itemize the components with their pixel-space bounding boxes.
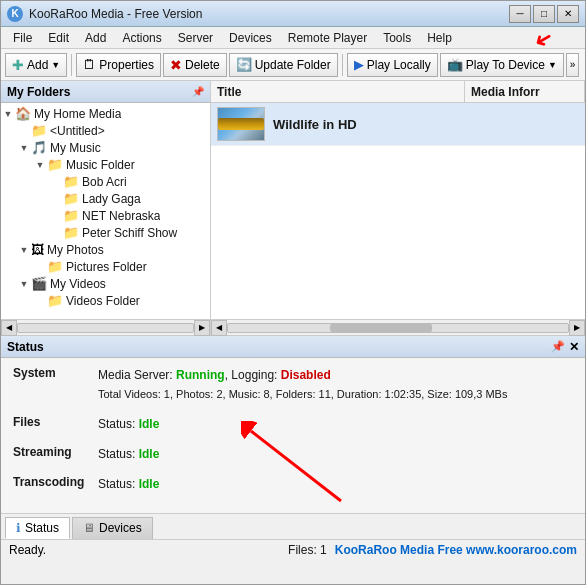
- devices-tab-icon: 🖥: [83, 521, 95, 535]
- hscroll-right[interactable]: ▶: [194, 320, 210, 336]
- pictures-folder-icon: 📁: [47, 259, 63, 274]
- content-hscroll[interactable]: ◀ ▶: [211, 319, 585, 335]
- tree-item-untitled[interactable]: ▷ 📁 <Untitled>: [1, 122, 210, 139]
- untitled-icon: 📁: [31, 123, 47, 138]
- play-locally-button[interactable]: ▶ Play Locally: [347, 53, 438, 77]
- tree-item-home-media[interactable]: ▼ 🏠 My Home Media: [1, 105, 210, 122]
- brand-website: www.kooraroo.com: [466, 543, 577, 557]
- menu-add[interactable]: Add: [77, 27, 114, 48]
- menu-help[interactable]: Help: [419, 27, 460, 48]
- properties-icon: 🗒: [83, 57, 96, 72]
- home-media-label: My Home Media: [34, 107, 121, 121]
- play-to-device-button[interactable]: 📺 Play To Device ▼: [440, 53, 564, 77]
- pictures-folder-label: Pictures Folder: [66, 260, 147, 274]
- status-row-streaming: Streaming Status: Idle: [13, 445, 573, 463]
- panel-pin-icon[interactable]: 📌: [192, 86, 204, 97]
- menu-remote-player[interactable]: Remote Player: [280, 27, 375, 48]
- expand-my-videos[interactable]: ▼: [17, 277, 31, 291]
- tree-item-bob-acri[interactable]: ▷ 📁 Bob Acri: [1, 173, 210, 190]
- tree-item-peter-schiff[interactable]: ▷ 📁 Peter Schiff Show: [1, 224, 210, 241]
- window-controls: ─ □ ✕: [509, 5, 579, 23]
- logging-status: Disabled: [281, 368, 331, 382]
- menu-actions[interactable]: Actions: [114, 27, 169, 48]
- system-stats: Total Videos: 1, Photos: 2, Music: 8, Fo…: [98, 386, 573, 403]
- tab-devices[interactable]: 🖥 Devices: [72, 517, 153, 539]
- untitled-label: <Untitled>: [50, 124, 105, 138]
- close-button[interactable]: ✕: [557, 5, 579, 23]
- status-pin-icon[interactable]: 📌: [551, 340, 565, 353]
- streaming-status: Idle: [139, 447, 160, 461]
- expand-music-folder[interactable]: ▼: [33, 158, 47, 172]
- delete-button[interactable]: ✖ Delete: [163, 53, 227, 77]
- wildlife-title: Wildlife in HD: [273, 117, 357, 132]
- tab-status[interactable]: ℹ Status: [5, 517, 70, 539]
- add-icon: ✚: [12, 57, 24, 73]
- content-item-wildlife[interactable]: Wildlife in HD: [211, 103, 585, 146]
- status-row-system: System Media Server: Running, Logging: D…: [13, 366, 573, 403]
- status-tab-label: Status: [25, 521, 59, 535]
- menu-server[interactable]: Server: [170, 27, 221, 48]
- music-folder-icon: 📁: [47, 157, 63, 172]
- tree-item-lady-gaga[interactable]: ▷ 📁 Lady Gaga: [1, 190, 210, 207]
- hscroll-left[interactable]: ◀: [1, 320, 17, 336]
- music-folder-label: Music Folder: [66, 158, 135, 172]
- menu-file[interactable]: File: [5, 27, 40, 48]
- transcoding-status: Idle: [139, 477, 160, 491]
- streaming-status-prefix: Status:: [98, 447, 139, 461]
- status-panel-title: Status: [7, 340, 44, 354]
- tree-item-music-folder[interactable]: ▼ 📁 Music Folder: [1, 156, 210, 173]
- files-status: Idle: [139, 417, 160, 431]
- status-close-icon[interactable]: ✕: [569, 340, 579, 354]
- transcoding-value: Status: Idle: [98, 475, 573, 493]
- expand-my-music[interactable]: ▼: [17, 141, 31, 155]
- lady-gaga-icon: 📁: [63, 191, 79, 206]
- col-header-media-info: Media Inforr: [465, 81, 585, 102]
- tree-item-net-nebraska[interactable]: ▷ 📁 NET Nebraska: [1, 207, 210, 224]
- files-count: Files: 1: [288, 543, 327, 557]
- tree-item-my-videos[interactable]: ▼ 🎬 My Videos: [1, 275, 210, 292]
- properties-button[interactable]: 🗒 Properties: [76, 53, 161, 77]
- col-media-info-label: Media Inforr: [471, 85, 540, 99]
- content-hscroll-right[interactable]: ▶: [569, 320, 585, 336]
- separator-1: [71, 54, 72, 76]
- folder-tree: ▼ 🏠 My Home Media ▷ 📁 <Untitled> ▼ 🎵 My: [1, 103, 210, 319]
- maximize-button[interactable]: □: [533, 5, 555, 23]
- devices-tab-label: Devices: [99, 521, 142, 535]
- status-controls: 📌 ✕: [551, 340, 579, 354]
- update-folder-button[interactable]: 🔄 Update Folder: [229, 53, 338, 77]
- brand-name: KooRaRoo Media Free: [335, 543, 463, 557]
- status-body: System Media Server: Running, Logging: D…: [1, 358, 585, 513]
- brand-text: KooRaRoo Media Free www.kooraroo.com: [335, 543, 577, 557]
- videos-folder-label: Videos Folder: [66, 294, 140, 308]
- menu-edit[interactable]: Edit: [40, 27, 77, 48]
- transcoding-status-prefix: Status:: [98, 477, 139, 491]
- status-panel: Status 📌 ✕ System Media Server: Running,…: [1, 336, 585, 513]
- expand-my-photos[interactable]: ▼: [17, 243, 31, 257]
- tree-item-my-photos[interactable]: ▼ 🖼 My Photos: [1, 241, 210, 258]
- my-videos-label: My Videos: [50, 277, 106, 291]
- tree-item-pictures-folder[interactable]: ▷ 📁 Pictures Folder: [1, 258, 210, 275]
- app-title: KooRaRoo Media - Free Version: [29, 7, 202, 21]
- play-locally-icon: ▶: [354, 57, 364, 72]
- add-dropdown-icon: ▼: [51, 60, 60, 70]
- tree-item-videos-folder[interactable]: ▷ 📁 Videos Folder: [1, 292, 210, 309]
- status-panel-header: Status 📌 ✕: [1, 336, 585, 358]
- minimize-button[interactable]: ─: [509, 5, 531, 23]
- hscroll-track[interactable]: [17, 323, 194, 333]
- main-area: My Folders 📌 ▼ 🏠 My Home Media ▷ 📁 <Unti…: [1, 81, 585, 336]
- content-hscroll-left[interactable]: ◀: [211, 320, 227, 336]
- folders-panel: My Folders 📌 ▼ 🏠 My Home Media ▷ 📁 <Unti…: [1, 81, 211, 335]
- content-hscroll-track[interactable]: [227, 323, 569, 333]
- play-to-device-label: Play To Device: [466, 58, 545, 72]
- tree-item-my-music[interactable]: ▼ 🎵 My Music: [1, 139, 210, 156]
- logging-prefix: , Logging:: [225, 368, 281, 382]
- menu-tools[interactable]: Tools: [375, 27, 419, 48]
- my-music-label: My Music: [50, 141, 101, 155]
- content-hscroll-thumb: [330, 324, 432, 332]
- folder-hscroll[interactable]: ◀ ▶: [1, 319, 210, 335]
- menu-devices[interactable]: Devices: [221, 27, 280, 48]
- add-button[interactable]: ✚ Add ▼: [5, 53, 67, 77]
- expand-home-media[interactable]: ▼: [1, 107, 15, 121]
- wildlife-thumbnail: [217, 107, 265, 141]
- toolbar-more-button[interactable]: »: [566, 53, 580, 77]
